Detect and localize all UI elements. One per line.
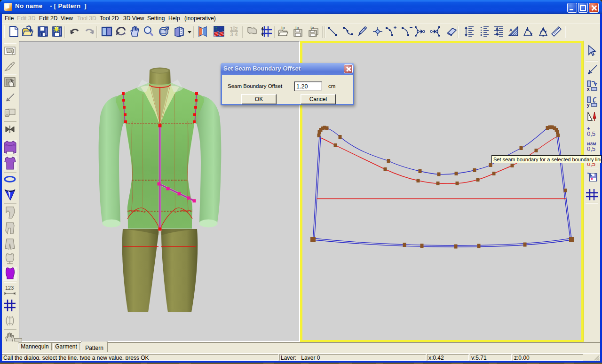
svg-text:1: 1	[230, 26, 233, 32]
svg-text:.tp: .tp	[280, 25, 285, 30]
svg-text:123: 123	[5, 285, 14, 291]
svg-text:0,5: 0,5	[587, 145, 595, 152]
svg-text:0,5: 0,5	[587, 130, 595, 137]
svg-text:y: y	[587, 103, 590, 108]
svg-text:A: A	[509, 28, 513, 32]
svg-text:x: x	[587, 87, 590, 92]
svg-text:3: 3	[230, 32, 233, 37]
svg-text:4: 4	[235, 32, 238, 37]
svg-text:2: 2	[235, 26, 238, 32]
